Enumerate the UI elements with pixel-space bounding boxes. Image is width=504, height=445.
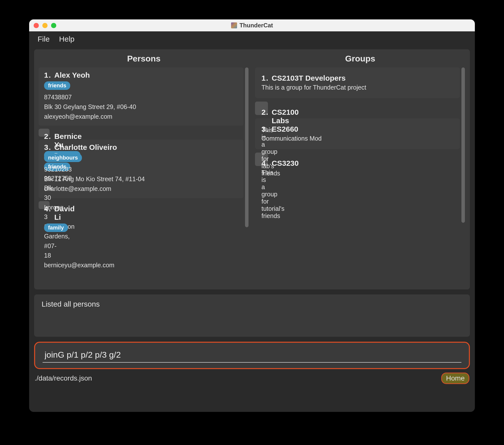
maximize-icon[interactable] — [51, 23, 56, 28]
group-name: ES2660 — [272, 125, 298, 133]
person-email: charlotte@example.com — [44, 184, 238, 194]
groups-title: Groups — [255, 54, 465, 63]
groups-panel: Groups 1CS2103T DevelopersThis is a grou… — [255, 54, 465, 289]
menu-file[interactable]: File — [38, 35, 50, 43]
groups-list[interactable]: 1CS2103T DevelopersThis is a group for T… — [255, 67, 465, 289]
group-desc: This is a group for ThunderCat project — [261, 84, 453, 91]
app-window: ThunderCat File Help Persons 1Alex Yeohf… — [29, 19, 475, 412]
persons-scrollbar[interactable] — [245, 67, 249, 227]
statusbar: ./data/records.json Home — [29, 373, 475, 387]
group-card[interactable]: 1CS2103T DevelopersThis is a group for T… — [255, 67, 460, 98]
status-path: ./data/records.json — [35, 374, 92, 382]
person-index: 4 — [44, 205, 51, 213]
command-input[interactable] — [43, 348, 461, 363]
window-controls — [34, 23, 56, 28]
group-desc: Communications Mod — [261, 135, 453, 142]
command-box — [34, 342, 470, 369]
group-name: CS2103T Developers — [272, 74, 346, 82]
person-index: 2 — [44, 132, 51, 141]
person-name: Charlotte Oliveiro — [54, 143, 117, 152]
persons-panel: Persons 1Alex Yeohfriends87438807Blk 30 … — [39, 54, 249, 289]
close-icon[interactable] — [34, 23, 39, 28]
tag: friends — [44, 81, 70, 90]
group-card[interactable]: 2CS2100 LabsThis is a group for lab's fr… — [255, 102, 268, 115]
person-address: Blk 30 Geylang Street 29, #06-40 — [44, 102, 238, 112]
person-card[interactable]: 2Bernice Yucolleaguesfriends99272758Blk … — [39, 129, 50, 137]
person-tags: friends — [44, 81, 238, 90]
person-index: 1 — [44, 71, 51, 79]
person-phone: 93210283 — [44, 165, 238, 174]
menu-help[interactable]: Help — [59, 35, 74, 43]
app-icon — [231, 22, 237, 28]
result-text: Listed all persons — [42, 300, 100, 308]
main-content: Persons 1Alex Yeohfriends87438807Blk 30 … — [34, 49, 470, 289]
person-phone: 87438807 — [44, 92, 238, 102]
group-name: CS3230 — [272, 159, 299, 167]
person-email: alexyeoh@example.com — [44, 112, 238, 121]
person-tags: neighbours — [44, 154, 238, 162]
person-address: Blk 11 Ang Mo Kio Street 74, #11-04 — [44, 174, 238, 184]
app-title: ThunderCat — [240, 22, 273, 29]
menubar: File Help — [29, 31, 475, 47]
titlebar: ThunderCat — [29, 19, 475, 31]
group-index: 3 — [261, 125, 268, 133]
tag: neighbours — [44, 154, 82, 162]
person-card[interactable]: 3Charlotte Oliveironeighbours93210283Blk… — [39, 140, 244, 198]
tag: family — [44, 223, 68, 232]
persons-title: Persons — [39, 54, 249, 63]
person-name: Alex Yeoh — [54, 71, 90, 79]
minimize-icon[interactable] — [42, 23, 48, 28]
home-button[interactable]: Home — [441, 373, 469, 384]
group-name: CS2100 Labs — [272, 108, 299, 125]
groups-scrollbar[interactable] — [461, 67, 465, 223]
person-card[interactable]: 1Alex Yeohfriends87438807Blk 30 Geylang … — [39, 67, 244, 126]
group-index: 4 — [261, 159, 268, 167]
person-name: David Li — [54, 205, 75, 222]
persons-list[interactable]: 1Alex Yeohfriends87438807Blk 30 Geylang … — [39, 67, 249, 289]
person-index: 3 — [44, 143, 51, 152]
group-index: 1 — [261, 74, 268, 82]
group-index: 2 — [261, 108, 268, 116]
result-display: Listed all persons — [34, 294, 470, 337]
